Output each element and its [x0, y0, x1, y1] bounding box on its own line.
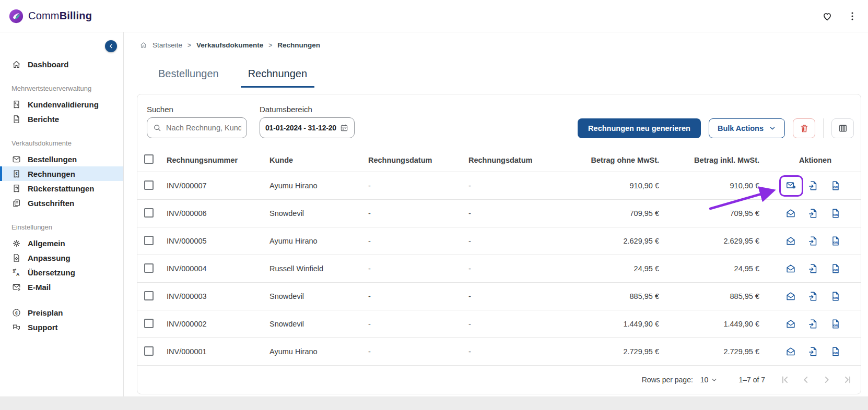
sidebar-item-rechnungen[interactable]: Rechnungen — [0, 166, 123, 181]
invoice-date-2: - — [468, 182, 569, 190]
table-header: Rechnungsnummer Kunde Rechnungsdatum Rec… — [137, 148, 861, 172]
export-file-button[interactable] — [807, 208, 819, 219]
home-icon — [139, 41, 147, 49]
download-xml-button[interactable] — [830, 263, 841, 274]
favorites-heart-icon[interactable] — [820, 9, 835, 23]
breadcrumb-rechnungen[interactable]: Rechnungen — [277, 41, 320, 49]
breadcrumb-verkaufsdokumente[interactable]: Verkaufsdokumente — [196, 41, 263, 49]
customer-name: Snowdevil — [269, 292, 368, 300]
amount-gross: 2.729,95 € — [659, 347, 759, 356]
row-checkbox[interactable] — [144, 180, 154, 190]
sidebar-item-dashboard[interactable]: Dashboard — [0, 57, 123, 71]
regenerate-invoices-button[interactable]: Rechnungen neu generieren — [578, 118, 701, 138]
tabs: Bestellungen Rechnungen — [151, 65, 868, 88]
app-logo[interactable]: CommBilling — [8, 8, 92, 24]
sidebar-item-label: Gutschriften — [28, 199, 74, 208]
download-xml-button[interactable] — [830, 235, 841, 247]
export-file-button[interactable] — [807, 318, 819, 330]
sidebar-item-support[interactable]: Support — [0, 320, 123, 334]
breadcrumb-startseite[interactable]: Startseite — [153, 41, 182, 49]
rows-per-page-select[interactable]: 10 — [700, 376, 718, 384]
tab-bestellungen[interactable]: Bestellungen — [151, 65, 226, 88]
export-file-button[interactable] — [807, 291, 819, 302]
sidebar-item-gutschriften[interactable]: Gutschriften — [0, 196, 123, 210]
euro-circle-icon — [11, 308, 21, 318]
amount-net: 2.729,95 € — [569, 347, 659, 356]
table-row: INV/000007 Ayumu Hirano - - 910,90 € 910… — [137, 172, 861, 200]
invoice-number: INV/000001 — [167, 347, 269, 356]
mail-send-icon — [785, 180, 797, 191]
sidebar-item-anpassung[interactable]: Anpassung — [0, 250, 123, 265]
search-icon — [153, 123, 162, 132]
columns-settings-button[interactable] — [831, 118, 854, 138]
search-label: Suchen — [147, 105, 247, 114]
tab-rechnungen[interactable]: Rechnungen — [241, 65, 314, 88]
sidebar-item-email[interactable]: E-Mail — [0, 280, 123, 294]
bulk-actions-button[interactable]: Bulk Actions — [709, 118, 785, 138]
breadcrumb: Startseite > Verkaufsdokumente > Rechnun… — [139, 41, 868, 49]
sidebar-collapse-button[interactable] — [105, 40, 117, 52]
amount-net: 910,90 € — [569, 182, 659, 190]
download-xml-button[interactable] — [830, 291, 841, 302]
amount-net: 709,95 € — [569, 209, 659, 218]
first-page-button[interactable] — [779, 373, 791, 386]
top-bar: CommBilling — [0, 0, 868, 32]
xml-file-icon — [830, 263, 841, 274]
sidebar-item-uebersetzung[interactable]: Übersetzung — [0, 265, 123, 280]
invoice-date: - — [368, 292, 468, 300]
select-all-checkbox[interactable] — [144, 154, 154, 164]
sidebar-item-preisplan[interactable]: Preisplan — [0, 305, 123, 320]
row-checkbox[interactable] — [144, 346, 154, 356]
kebab-menu-icon[interactable] — [845, 9, 860, 23]
invoice-euro-icon — [11, 169, 21, 179]
search-field: Suchen — [147, 105, 247, 138]
export-file-button[interactable] — [807, 346, 819, 357]
download-xml-button[interactable] — [830, 346, 841, 357]
row-checkbox[interactable] — [144, 319, 154, 328]
mail-open-icon — [785, 263, 796, 274]
export-file-button[interactable] — [807, 263, 819, 274]
sidebar-item-label: Berichte — [28, 115, 59, 124]
export-file-button[interactable] — [807, 235, 819, 247]
chevron-down-icon — [711, 377, 718, 383]
delete-button[interactable] — [793, 118, 815, 138]
send-email-button[interactable] — [785, 208, 796, 219]
send-email-button[interactable] — [785, 318, 796, 330]
row-checkbox[interactable] — [144, 236, 154, 245]
sidebar-item-allgemein[interactable]: Allgemein — [0, 236, 123, 250]
download-xml-button[interactable] — [830, 318, 841, 330]
previous-page-button[interactable] — [800, 373, 812, 386]
sidebar-section-sales-docs: Verkaufsdokumente — [0, 139, 123, 147]
send-email-button[interactable] — [785, 346, 796, 357]
row-checkbox[interactable] — [144, 208, 154, 218]
export-file-button[interactable] — [807, 180, 819, 191]
send-email-button[interactable] — [785, 291, 796, 302]
bulk-actions-label: Bulk Actions — [718, 124, 764, 132]
table-row: INV/000002 Snowdevil - - 1.449,90 € 1.44… — [137, 310, 861, 338]
table-row: INV/000003 Snowdevil - - 885,95 € 885,95… — [137, 283, 861, 310]
last-page-button[interactable] — [841, 373, 854, 386]
row-checkbox[interactable] — [144, 263, 154, 273]
sidebar-item-kundenvalidierung[interactable]: Kundenvalidierung — [0, 97, 123, 112]
send-email-button[interactable] — [785, 235, 796, 247]
amount-gross: 24,95 € — [659, 264, 759, 273]
sidebar-item-bestellungen[interactable]: Bestellungen — [0, 152, 123, 166]
invoice-date-2: - — [468, 209, 569, 218]
send-email-button[interactable] — [785, 263, 796, 274]
table-row: INV/000006 Snowdevil - - 709,95 € 709,95… — [137, 200, 861, 227]
sidebar-item-rueckerstattungen[interactable]: Rückerstattungen — [0, 181, 123, 196]
download-xml-button[interactable] — [830, 180, 841, 191]
table-row: INV/000005 Ayumu Hirano - - 2.629,95 € 2… — [137, 227, 861, 255]
date-range-input[interactable] — [265, 124, 336, 132]
file-export-icon — [807, 291, 819, 302]
customer-name: Ayumu Hirano — [269, 237, 368, 245]
sidebar-item-label: Rechnungen — [28, 170, 75, 178]
translate-icon — [11, 268, 21, 278]
next-page-button[interactable] — [820, 373, 833, 386]
sidebar: Dashboard Mehrwertsteuerverwaltung Kunde… — [0, 32, 124, 396]
search-input[interactable] — [166, 124, 241, 132]
download-xml-button[interactable] — [830, 208, 841, 219]
row-checkbox[interactable] — [144, 291, 154, 300]
send-email-button[interactable] — [779, 175, 803, 197]
sidebar-item-berichte[interactable]: Berichte — [0, 112, 123, 126]
